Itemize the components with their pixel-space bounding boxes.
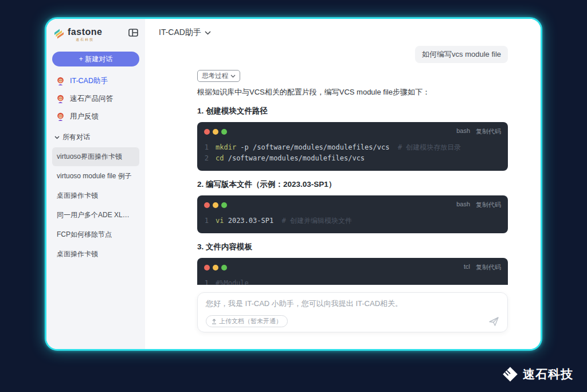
thinking-process-toggle[interactable]: 思考过程 — [197, 70, 240, 82]
sidebar-toggle-icon[interactable] — [128, 28, 138, 37]
conversation-item[interactable]: FCP如何移除节点 — [52, 225, 139, 244]
copy-code-button[interactable]: 复制代码 — [476, 201, 501, 209]
window-dot-red-icon — [204, 129, 210, 135]
code-line: 1mkdir -p /software/modules/modulefiles/… — [197, 142, 508, 153]
section-label: 所有对话 — [62, 132, 90, 142]
footer-brand: 速石科技 — [502, 366, 573, 382]
conversation-item[interactable]: 同一用户多个ADE XL仿真，如 — [52, 206, 139, 225]
code-line: 1#%Module — [197, 278, 508, 285]
logo-row: fastone 速石科技 — [52, 27, 139, 42]
line-number: 2 — [197, 153, 216, 164]
chevron-down-icon — [230, 75, 236, 78]
code-block: bash复制代码1mkdir -p /software/modules/modu… — [197, 122, 508, 171]
conversation-item[interactable]: 桌面操作卡顿 — [52, 245, 139, 264]
chat-scroll-area[interactable]: 如何编写vcs module file 思考过程 根据知识库中与VCS相关的配置… — [145, 43, 541, 285]
conversation-list: virtuoso界面操作卡顿virtuoso module file 例子桌面操… — [52, 147, 139, 264]
sidebar: fastone 速石科技 + 新建对话 IT-CAD助手速石产品问答用户反馈 所… — [46, 19, 145, 349]
code-language-label: tcl — [464, 263, 470, 272]
conversation-item[interactable]: virtuoso界面操作卡顿 — [52, 147, 139, 166]
new-chat-button[interactable]: + 新建对话 — [52, 52, 139, 66]
assistant-avatar-icon — [56, 94, 65, 104]
assistant-list: IT-CAD助手速石产品问答用户反馈 — [52, 72, 139, 126]
assistant-label: 速石产品问答 — [70, 94, 113, 104]
logo-text: fastone — [68, 27, 102, 37]
step-heading: 3. 文件内容模板 — [197, 242, 508, 252]
line-number: 1 — [197, 278, 216, 285]
window-dot-yellow-icon — [213, 265, 218, 271]
assistant-avatar-icon — [56, 76, 65, 86]
footer-brand-text: 速石科技 — [523, 366, 573, 382]
window-dot-yellow-icon — [213, 129, 218, 135]
assistant-intro-text: 根据知识库中与VCS相关的配置片段，编写VCS module file步骤如下： — [197, 87, 508, 97]
code-block-header: bash复制代码 — [197, 122, 508, 138]
send-button[interactable] — [488, 316, 499, 327]
logo-subtext: 速石科技 — [76, 37, 94, 42]
upload-icon — [212, 319, 217, 324]
code-line: 2cd /software/modules/modulefiles/vcs — [197, 153, 508, 164]
window-dot-red-icon — [204, 265, 210, 271]
assistant-switcher[interactable]: IT-CAD助手 — [145, 19, 541, 43]
line-number: 1 — [197, 142, 216, 153]
copy-code-button[interactable]: 复制代码 — [476, 127, 501, 136]
user-message-row: 如何编写vcs module file — [197, 46, 508, 63]
message-composer: 您好，我是 IT-CAD 小助手，您可以向我提出 IT-CAD相关。 上传文档（… — [197, 292, 508, 332]
window-dot-green-icon — [221, 202, 227, 208]
sidebar-assistant-item[interactable]: 速石产品问答 — [52, 90, 139, 108]
user-message-bubble: 如何编写vcs module file — [415, 46, 508, 63]
code-block: tcl复制代码1#%Module2module-whatis "Loads Sy… — [197, 258, 508, 285]
page-title: IT-CAD助手 — [159, 28, 201, 38]
window-dot-yellow-icon — [213, 202, 218, 208]
code-body: 1vi 2023.03-SP1 # 创建并编辑模块文件 — [197, 211, 508, 233]
main-panel: IT-CAD助手 如何编写vcs module file 思考过程 根据知识库中… — [145, 19, 541, 349]
assistant-avatar-icon — [56, 112, 65, 121]
code-body: 1#%Module2module-whatis "Loads Synopsys … — [197, 273, 508, 285]
code-language-label: bash — [456, 127, 470, 136]
assistant-label: 用户反馈 — [70, 112, 99, 121]
composer-toolbar: 上传文档（暂未开通） — [206, 315, 499, 327]
all-conversations-section[interactable]: 所有对话 — [52, 132, 139, 142]
conversation-item[interactable]: virtuoso module file 例子 — [52, 167, 139, 186]
step-heading: 2. 编写版本文件（示例：2023.03-SP1） — [197, 179, 508, 190]
code-block-header: bash复制代码 — [197, 195, 508, 211]
chevron-down-icon — [205, 31, 211, 35]
send-plane-icon — [488, 316, 499, 327]
message-input[interactable]: 您好，我是 IT-CAD 小助手，您可以向我提出 IT-CAD相关。 — [206, 299, 499, 309]
fastone-logo-icon — [53, 28, 65, 39]
chat-app-window: fastone 速石科技 + 新建对话 IT-CAD助手速石产品问答用户反馈 所… — [45, 17, 542, 351]
step-heading: 1. 创建模块文件路径 — [197, 106, 508, 116]
assistant-label: IT-CAD助手 — [70, 76, 108, 86]
conversation-item[interactable]: 桌面操作卡顿 — [52, 186, 139, 205]
logo-texts: fastone 速石科技 — [68, 27, 102, 42]
window-dot-green-icon — [221, 129, 227, 135]
chevron-down-icon — [54, 136, 60, 139]
sidebar-assistant-item[interactable]: IT-CAD助手 — [52, 72, 139, 90]
answer-steps: 1. 创建模块文件路径bash复制代码1mkdir -p /software/m… — [197, 106, 508, 285]
line-number: 1 — [197, 215, 216, 226]
code-line: 1vi 2023.03-SP1 # 创建并编辑模块文件 — [197, 215, 508, 226]
upload-label: 上传文档（暂未开通） — [219, 317, 282, 326]
window-dot-green-icon — [221, 265, 227, 271]
code-block-header: tcl复制代码 — [197, 258, 508, 273]
sidebar-assistant-item[interactable]: 用户反馈 — [52, 108, 139, 126]
code-language-label: bash — [456, 201, 470, 209]
upload-document-button[interactable]: 上传文档（暂未开通） — [206, 315, 288, 327]
code-block: bash复制代码1vi 2023.03-SP1 # 创建并编辑模块文件 — [197, 195, 508, 233]
copy-code-button[interactable]: 复制代码 — [476, 263, 501, 272]
window-dot-red-icon — [204, 202, 210, 208]
sushi-diamond-icon — [502, 366, 518, 382]
thinking-label: 思考过程 — [202, 72, 228, 80]
code-body: 1mkdir -p /software/modules/modulefiles/… — [197, 138, 508, 171]
